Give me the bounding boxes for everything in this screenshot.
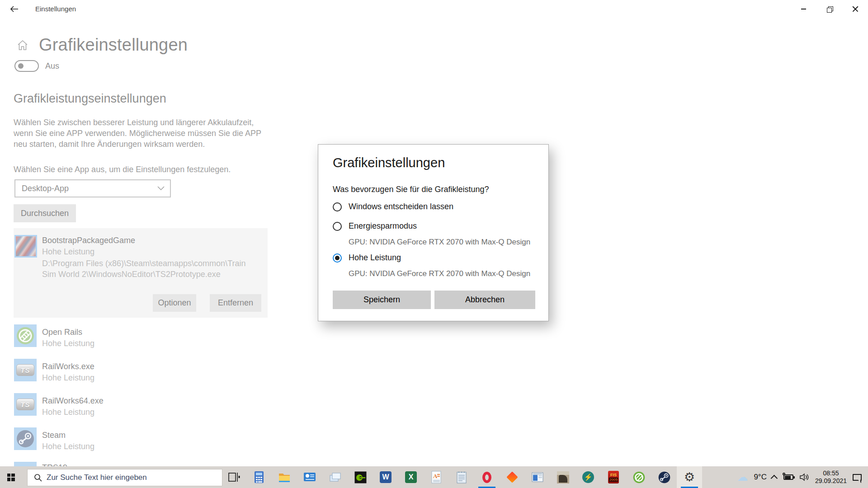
calculator-button[interactable] (246, 466, 272, 488)
gpu-description: GPU: NVIDIA GeForce RTX 2070 with Max-Q … (349, 269, 530, 278)
open-rails-icon[interactable] (14, 324, 37, 347)
open-rails-taskbar-button[interactable] (626, 466, 651, 488)
word-icon: W (380, 471, 392, 483)
app-row-mode: Hohe Leistung (42, 408, 94, 417)
toggle-state-label: Aus (45, 61, 59, 71)
close-icon (852, 6, 859, 12)
steam-icon (658, 471, 670, 483)
start-button[interactable] (0, 466, 22, 488)
taskbar-icons: W X A (221, 466, 702, 488)
app-row-name[interactable]: Steam (42, 431, 66, 440)
battery-icon[interactable] (783, 474, 793, 480)
steam-app-icon[interactable] (14, 427, 37, 450)
word-button[interactable]: W (373, 466, 398, 488)
wordpad-icon: A (431, 471, 442, 483)
app-row-name[interactable]: Open Rails (42, 328, 82, 337)
steam-taskbar-button[interactable] (651, 466, 677, 488)
search-input[interactable] (47, 473, 222, 482)
radio-option-windows-decide[interactable]: Windows entscheiden lassen (333, 202, 453, 211)
ts-logo: TS (16, 364, 34, 376)
temperature-label[interactable]: 9°C (754, 473, 767, 482)
choose-app-label: Wählen Sie eine App aus, um die Einstell… (14, 165, 231, 174)
app-type-dropdown[interactable]: Desktop-App (14, 179, 171, 197)
plug-icon (783, 473, 785, 475)
action-center-icon[interactable] (853, 474, 862, 481)
diamond-app-icon (506, 471, 518, 483)
task-view-icon (228, 472, 240, 483)
radio-option-high-performance[interactable]: Hohe Leistung (333, 253, 401, 263)
locomotive-app-button[interactable] (550, 466, 576, 488)
fis-year-text: 2005 (609, 478, 618, 482)
minimize-icon (801, 9, 806, 9)
radio-selected-icon (333, 253, 342, 263)
app-row-partial[interactable]: TRS19 (0, 462, 271, 466)
system-tray: ☁ 9°C 08:55 29.09.2021 (737, 466, 868, 488)
app-row-name[interactable]: RailWorks64.exe (42, 396, 104, 406)
settings-taskbar-button[interactable]: ⚙ (677, 466, 702, 488)
restore-button[interactable] (816, 0, 842, 18)
app-row-mode: Hohe Leistung (42, 339, 94, 348)
minimize-button[interactable] (791, 0, 816, 18)
desktop: Einstellungen Grafikeinstellungen Aus Gr… (0, 0, 868, 488)
home-icon (17, 40, 28, 51)
nvidia-button[interactable] (348, 466, 373, 488)
display-panel-icon (303, 471, 316, 483)
dialog-question: Was bevorzugen Sie für die Grafikleistun… (333, 185, 489, 194)
locomotive-photo-icon (557, 471, 569, 483)
wordpad-button[interactable]: A (424, 466, 449, 488)
train-app-button[interactable]: ⚡ (576, 466, 601, 488)
remove-button[interactable]: Entfernen (210, 294, 261, 312)
opera-icon (482, 472, 491, 483)
options-button[interactable]: Optionen (153, 294, 196, 312)
task-view-button[interactable] (221, 466, 246, 488)
settings-titlebar: Einstellungen (0, 0, 868, 18)
fis-text: FIS (610, 473, 617, 477)
radio-label: Energiesparmodus (349, 221, 417, 231)
selected-app-mode: Hohe Leistung (42, 247, 94, 257)
notepad-icon (456, 471, 467, 483)
app-window-icon (531, 471, 544, 483)
program-window-button[interactable] (322, 466, 348, 488)
opera-button[interactable] (474, 466, 500, 488)
program-window-icon (329, 471, 341, 483)
excel-button[interactable]: X (398, 466, 424, 488)
calculator-icon (253, 471, 265, 483)
app-row-name: TRS19 (42, 463, 67, 466)
clock[interactable]: 08:55 29.09.2021 (815, 469, 847, 485)
section-description: Wählen Sie zwischen besserer Leistung un… (14, 117, 273, 150)
back-arrow-icon (10, 6, 19, 12)
railworks-icon[interactable]: TS (14, 359, 37, 381)
open-rails-icon (633, 471, 645, 483)
cancel-button[interactable]: Abbrechen (434, 291, 535, 309)
display-panel-button[interactable] (297, 466, 322, 488)
back-button[interactable] (5, 2, 24, 16)
weather-icon[interactable]: ☁ (737, 472, 748, 483)
radio-label: Hohe Leistung (349, 253, 401, 263)
search-icon (34, 474, 42, 482)
ts-logo: TS (16, 399, 34, 410)
radio-option-power-saving[interactable]: Energiesparmodus (333, 221, 417, 231)
notepad-button[interactable] (449, 466, 474, 488)
app-icon-partial (14, 462, 37, 466)
close-button[interactable] (842, 0, 868, 18)
volume-icon[interactable] (799, 473, 809, 481)
diamond-app-button[interactable] (500, 466, 525, 488)
file-explorer-icon (278, 471, 291, 483)
section-title: Grafikleistungseinstellungen (14, 92, 166, 106)
steam-logo (16, 430, 34, 448)
tray-chevron-icon[interactable] (771, 474, 778, 482)
radio-label: Windows entscheiden lassen (349, 202, 453, 211)
file-explorer-button[interactable] (272, 466, 297, 488)
app-window-button[interactable] (525, 466, 550, 488)
app-row-name[interactable]: RailWorks.exe (42, 362, 94, 371)
browse-button[interactable]: Durchsuchen (14, 204, 76, 222)
app-row-mode: Hohe Leistung (42, 442, 94, 451)
date-label: 29.09.2021 (815, 477, 847, 485)
save-button[interactable]: Speichern (333, 291, 431, 309)
graphics-toggle[interactable] (14, 60, 39, 72)
fis-2005-button[interactable]: FIS 2005 (601, 466, 626, 488)
taskbar-search[interactable] (27, 469, 222, 486)
time-label: 08:55 (823, 469, 839, 477)
railworks64-icon[interactable]: TS (14, 393, 37, 416)
gpu-description: GPU: NVIDIA GeForce RTX 2070 with Max-Q … (349, 238, 530, 247)
